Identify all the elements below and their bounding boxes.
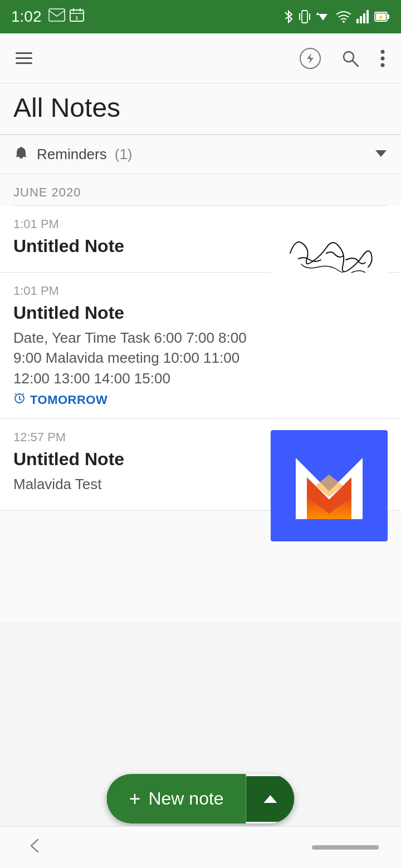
- status-bar: 1:02 1: [0, 0, 401, 33]
- svg-text:⚡: ⚡: [378, 14, 384, 21]
- more-options-button[interactable]: [378, 47, 388, 70]
- reminder-badge-icon: [13, 393, 26, 407]
- note-item-2[interactable]: 1:01 PM Untitled Note Date, Year Time Ta…: [0, 273, 401, 419]
- svg-point-24: [381, 56, 385, 60]
- svg-line-22: [353, 61, 358, 66]
- reminder-badge-text-2: TOMORROW: [30, 393, 107, 407]
- nav-bar: [0, 826, 401, 868]
- lightning-icon: [305, 53, 316, 64]
- back-icon: [28, 837, 41, 854]
- lightning-button[interactable]: [297, 46, 323, 71]
- section-header: JUNE 2020: [0, 174, 401, 205]
- more-options-icon: [380, 49, 385, 68]
- toolbar: [0, 33, 401, 83]
- signal-icon: [356, 10, 370, 23]
- new-note-label: New note: [148, 788, 223, 809]
- bell-icon: [13, 146, 29, 161]
- reminders-count: (1): [115, 146, 133, 163]
- page-title-container: All Notes: [0, 83, 401, 135]
- expand-button[interactable]: [246, 776, 295, 822]
- chevron-up-icon: [262, 791, 279, 807]
- search-icon: [341, 49, 360, 68]
- svg-line-30: [15, 393, 16, 394]
- reminders-bar[interactable]: Reminders (1): [0, 135, 401, 174]
- reminders-dropdown-icon[interactable]: [374, 147, 388, 162]
- svg-rect-0: [49, 9, 65, 21]
- note-preview-2: Date, Year Time Task 6:00 7:00 8:00 9:00…: [13, 328, 388, 388]
- content-area: Reminders (1) JUNE 2020 1:01 PM Untitled…: [0, 135, 401, 622]
- new-note-button[interactable]: + New note: [106, 774, 246, 823]
- reminder-bell-icon: [13, 146, 29, 164]
- menu-button[interactable]: [13, 50, 35, 66]
- malavida-logo-svg: [285, 441, 374, 530]
- battery-icon: ⚡: [374, 11, 390, 23]
- note-item-3[interactable]: 12:57 PM Untitled Note Malavida Test: [0, 419, 401, 510]
- reminder-clock-icon: [13, 393, 26, 405]
- svg-marker-27: [375, 150, 387, 157]
- svg-point-11: [343, 21, 345, 23]
- back-button[interactable]: [22, 832, 47, 864]
- status-right-icons: ▲ ⚡: [283, 9, 390, 24]
- svg-line-29: [19, 399, 21, 400]
- reminder-badge-2: TOMORROW: [13, 393, 388, 407]
- reminders-label: Reminders: [37, 146, 107, 163]
- home-indicator[interactable]: [312, 845, 379, 850]
- svg-rect-17: [387, 14, 389, 19]
- svg-point-25: [381, 63, 385, 67]
- data-icon: ▲: [315, 9, 331, 24]
- vibrate-icon: [299, 9, 311, 24]
- svg-rect-6: [302, 11, 307, 23]
- svg-rect-14: [363, 13, 365, 23]
- svg-line-31: [23, 393, 24, 394]
- chevron-down-icon: [374, 147, 388, 160]
- calendar-icon: 1: [70, 8, 84, 26]
- note-time-2: 1:01 PM: [13, 284, 388, 298]
- section-date-label: JUNE 2020: [13, 185, 81, 199]
- svg-marker-36: [264, 795, 277, 803]
- gmail-icon: [48, 8, 65, 25]
- svg-rect-13: [360, 16, 362, 23]
- fab-container: + New note: [106, 774, 294, 823]
- plus-icon: +: [129, 789, 140, 809]
- hamburger-icon: [16, 52, 32, 64]
- lightning-circle: [300, 48, 321, 69]
- svg-rect-15: [366, 10, 369, 23]
- wifi-icon: [335, 10, 352, 23]
- svg-point-26: [20, 147, 22, 149]
- note-thumbnail-3: [271, 430, 388, 541]
- status-time: 1:02: [11, 8, 42, 26]
- svg-text:▲: ▲: [315, 11, 320, 16]
- svg-text:1: 1: [75, 15, 78, 21]
- page-title: All Notes: [13, 92, 388, 123]
- search-button[interactable]: [339, 47, 362, 70]
- svg-marker-20: [307, 53, 314, 63]
- note-item-1[interactable]: 1:01 PM Untitled Note: [0, 206, 401, 273]
- svg-rect-12: [356, 19, 359, 23]
- bluetooth-icon: [283, 9, 294, 24]
- malavida-logo: [271, 430, 388, 541]
- svg-point-23: [381, 50, 385, 53]
- note-title-2: Untitled Note: [13, 303, 388, 323]
